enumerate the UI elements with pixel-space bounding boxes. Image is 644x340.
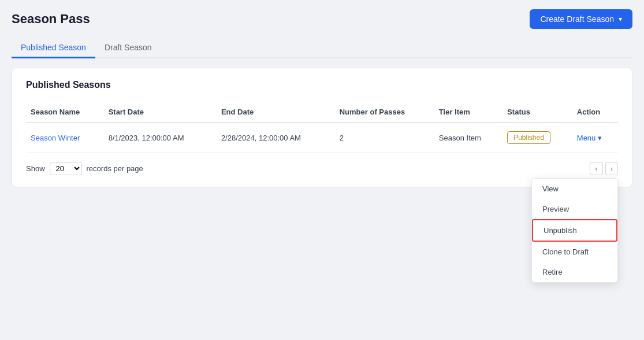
create-btn-label: Create Draft Season [540,14,614,24]
cell-end-date: 2/28/2024, 12:00:00 AM [217,123,335,153]
dropdown-item-unpublish[interactable]: Unpublish [532,219,617,242]
cell-status: Published [502,123,572,153]
dropdown-item-preview[interactable]: Preview [532,199,617,219]
chevron-down-icon: ▾ [619,15,622,23]
pagination-row: Show 20 10 50 100 records per page ‹ › [26,162,618,175]
cell-start-date: 8/1/2023, 12:00:00 AM [104,123,217,153]
prev-page-button[interactable]: ‹ [590,162,602,175]
tab-draft-season[interactable]: Draft Season [95,38,161,58]
action-dropdown-menu: View Preview Unpublish Clone to Draft Re… [531,178,618,283]
dropdown-item-clone-to-draft[interactable]: Clone to Draft [532,242,617,262]
col-tier-item: Tier Item [434,102,502,123]
status-badge: Published [507,131,550,144]
action-menu-button[interactable]: Menu ▾ [577,134,602,142]
season-winter-link[interactable]: Season Winter [31,134,80,142]
page-wrapper: Season Pass Create Draft Season ▾ Publis… [0,0,644,340]
table-row: Season Winter 8/1/2023, 12:00:00 AM 2/28… [26,123,618,153]
cell-tier-item: Season Item [434,123,502,153]
tabs-nav: Published Season Draft Season [12,38,632,58]
dropdown-item-view[interactable]: View [532,179,617,199]
col-action: Action [572,102,618,123]
card-title: Published Seasons [26,80,618,90]
col-start-date: Start Date [104,102,217,123]
next-page-button[interactable]: › [605,162,618,175]
pagination-nav: ‹ › [590,162,618,175]
published-seasons-card: Published Seasons Season Name Start Date… [12,68,632,187]
col-season-name: Season Name [26,102,104,123]
tab-published-season[interactable]: Published Season [12,38,95,58]
create-draft-season-button[interactable]: Create Draft Season ▾ [530,9,632,29]
menu-chevron-icon: ▾ [598,134,602,142]
col-status: Status [502,102,572,123]
records-per-page-label: records per page [87,164,143,173]
seasons-table: Season Name Start Date End Date Number o… [26,102,618,153]
col-end-date: End Date [217,102,335,123]
col-num-passes: Number of Passes [335,102,434,123]
header-btn-group: Create Draft Season ▾ [530,9,632,29]
cell-season-name: Season Winter [26,123,104,153]
dropdown-item-retire[interactable]: Retire [532,262,617,282]
menu-label: Menu [577,134,596,142]
page-title: Season Pass [12,12,90,27]
per-page-select[interactable]: 20 10 50 100 [50,162,82,175]
table-header-row: Season Name Start Date End Date Number o… [26,102,618,123]
page-header: Season Pass Create Draft Season ▾ [12,9,632,29]
cell-action: Menu ▾ [572,123,618,153]
cell-num-passes: 2 [335,123,434,153]
show-label: Show [26,164,45,173]
